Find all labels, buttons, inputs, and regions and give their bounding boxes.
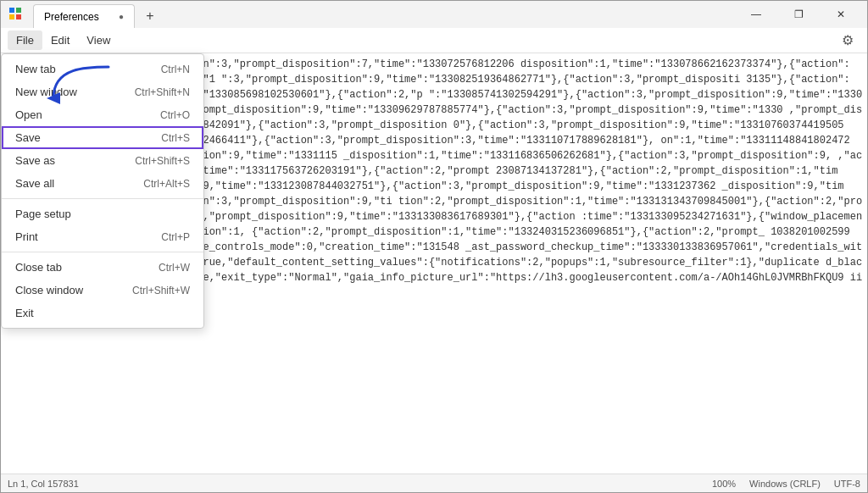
menu-item-label: Close window bbox=[15, 284, 132, 296]
svg-rect-2 bbox=[9, 14, 14, 19]
title-bar-left: Preferences ● + bbox=[8, 1, 737, 28]
svg-rect-1 bbox=[16, 8, 21, 13]
menu-item-save[interactable]: SaveCtrl+S bbox=[2, 126, 203, 149]
menu-item-label: Page setup bbox=[15, 208, 190, 220]
menu-item-shortcut: Ctrl+Alt+S bbox=[143, 178, 190, 190]
view-menu[interactable]: View bbox=[78, 30, 119, 50]
maximize-button[interactable]: ❐ bbox=[779, 1, 818, 28]
menu-item-close-window[interactable]: Close windowCtrl+Shift+W bbox=[2, 279, 203, 302]
status-right: 100% Windows (CRLF) UTF-8 bbox=[712, 479, 860, 489]
encoding: UTF-8 bbox=[834, 479, 860, 489]
minimize-button[interactable]: — bbox=[737, 1, 776, 28]
settings-icon[interactable]: ⚙ bbox=[835, 29, 860, 52]
menu-item-page-setup[interactable]: Page setup bbox=[2, 202, 203, 225]
app-icon bbox=[8, 6, 25, 23]
menu-item-label: New tab bbox=[15, 63, 161, 75]
menu-item-label: Save as bbox=[15, 154, 135, 167]
tab-title: Preferences bbox=[44, 11, 112, 23]
zoom-level: 100% bbox=[712, 479, 736, 489]
menu-item-close-tab[interactable]: Close tabCtrl+W bbox=[2, 256, 203, 279]
menu-item-label: Exit bbox=[15, 307, 190, 319]
menu-item-label: Save all bbox=[15, 177, 143, 190]
menu-item-shortcut: Ctrl+Shift+N bbox=[135, 86, 190, 98]
menu-item-label: Save bbox=[15, 131, 161, 144]
menu-item-shortcut: Ctrl+N bbox=[161, 64, 190, 75]
menu-item-new-tab[interactable]: New tabCtrl+N bbox=[2, 58, 203, 80]
menu-item-save-all[interactable]: Save allCtrl+Alt+S bbox=[2, 172, 203, 195]
edit-menu[interactable]: Edit bbox=[42, 30, 78, 50]
tab-unsaved-dot: ● bbox=[119, 12, 124, 21]
new-tab-button[interactable]: + bbox=[138, 4, 162, 28]
status-bar: Ln 1, Col 157831 100% Windows (CRLF) UTF… bbox=[1, 474, 867, 492]
svg-rect-0 bbox=[9, 8, 14, 13]
menu-item-exit[interactable]: Exit bbox=[2, 302, 203, 324]
menu-item-label: New window bbox=[15, 86, 135, 98]
menu-separator bbox=[2, 198, 203, 199]
menu-separator bbox=[2, 252, 203, 252]
menu-item-shortcut: Ctrl+P bbox=[161, 231, 190, 243]
menu-bar: File Edit View ⚙ New tabCtrl+NNew window… bbox=[1, 28, 867, 53]
menu-item-label: Close tab bbox=[15, 261, 159, 274]
menu-item-shortcut: Ctrl+Shift+S bbox=[135, 155, 190, 167]
menu-item-print[interactable]: PrintCtrl+P bbox=[2, 225, 203, 248]
tab-strip: Preferences ● + bbox=[33, 1, 162, 28]
menu-item-shortcut: Ctrl+O bbox=[160, 109, 190, 121]
menu-item-label: Open bbox=[15, 108, 160, 121]
menu-item-save-as[interactable]: Save asCtrl+Shift+S bbox=[2, 149, 203, 172]
file-menu[interactable]: File bbox=[8, 30, 42, 50]
title-bar-controls: — ❐ ✕ bbox=[737, 1, 860, 28]
menu-item-label: Print bbox=[15, 230, 161, 243]
close-window-button[interactable]: ✕ bbox=[821, 1, 860, 28]
menu-item-shortcut: Ctrl+Shift+W bbox=[132, 285, 190, 296]
title-bar: Preferences ● + — ❐ ✕ bbox=[1, 1, 867, 28]
menu-item-shortcut: Ctrl+S bbox=[161, 132, 190, 144]
menu-item-open[interactable]: OpenCtrl+O bbox=[2, 103, 203, 126]
cursor-position: Ln 1, Col 157831 bbox=[8, 479, 698, 489]
menu-item-new-window[interactable]: New windowCtrl+Shift+N bbox=[2, 80, 203, 103]
menu-item-shortcut: Ctrl+W bbox=[159, 262, 190, 274]
svg-rect-3 bbox=[16, 14, 21, 19]
line-ending: Windows (CRLF) bbox=[749, 479, 821, 489]
preferences-tab[interactable]: Preferences ● bbox=[33, 4, 135, 28]
file-dropdown-menu: New tabCtrl+NNew windowCtrl+Shift+NOpenC… bbox=[1, 53, 204, 329]
